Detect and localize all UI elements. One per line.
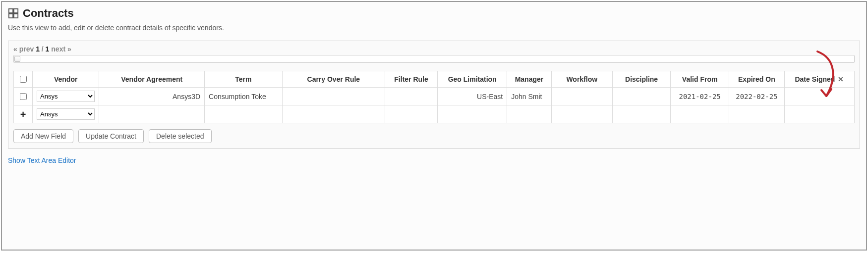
svg-rect-3: [14, 14, 18, 18]
cell-vendor: Ansys: [33, 88, 99, 105]
page-title: Contracts: [23, 7, 74, 20]
vendor-select[interactable]: Ansys: [37, 108, 95, 120]
col-term: Term: [205, 71, 283, 88]
cell-vendor-agreement[interactable]: [99, 105, 205, 123]
col-vendor: Vendor: [33, 71, 99, 88]
col-carry-over-rule: Carry Over Rule: [282, 71, 385, 88]
cell-filter-rule[interactable]: [385, 105, 437, 123]
cell-vendor-agreement[interactable]: Ansys3D: [99, 88, 205, 105]
close-column-icon[interactable]: ✕: [838, 75, 844, 83]
cell-valid-from[interactable]: 2021-02-25: [671, 88, 729, 105]
cell-filter-rule[interactable]: [385, 88, 437, 105]
add-row-icon[interactable]: +: [18, 109, 28, 119]
cell-manager[interactable]: [507, 105, 552, 123]
show-text-area-editor-link[interactable]: Show Text Area Editor: [8, 156, 76, 164]
pager: « prev 1 / 1 next »: [13, 45, 855, 53]
pager-next[interactable]: next »: [51, 45, 71, 53]
col-geo-limitation: Geo Limitation: [438, 71, 507, 88]
svg-rect-2: [9, 14, 13, 18]
cell-expired-on[interactable]: 2022-02-25: [729, 88, 784, 105]
cell-valid-from[interactable]: [671, 105, 729, 123]
scrollbar-thumb[interactable]: [14, 56, 20, 62]
svg-rect-0: [9, 9, 13, 13]
cell-geo-limitation[interactable]: US-East: [438, 88, 507, 105]
add-field-button[interactable]: Add New Field: [13, 129, 73, 143]
cell-discipline[interactable]: [612, 88, 671, 105]
action-button-row: Add New Field Update Contract Delete sel…: [13, 129, 855, 143]
cell-discipline[interactable]: [612, 105, 671, 123]
col-manager: Manager: [507, 71, 552, 88]
horizontal-scrollbar[interactable]: [13, 55, 855, 63]
title-row: Contracts: [8, 7, 860, 20]
pager-total: 1: [46, 45, 50, 53]
col-checkbox: [14, 71, 33, 88]
contracts-table: Vendor Vendor Agreement Term Carry Over …: [13, 71, 855, 123]
vendor-select[interactable]: Ansys: [37, 91, 95, 102]
col-valid-from: Valid From: [671, 71, 729, 88]
col-vendor-agreement: Vendor Agreement: [99, 71, 205, 88]
select-all-checkbox[interactable]: [20, 76, 27, 83]
pager-current: 1: [36, 45, 40, 53]
cell-workflow[interactable]: [551, 88, 612, 105]
cell-vendor: Ansys: [33, 105, 99, 123]
cell-date-signed[interactable]: [784, 88, 854, 105]
cell-geo-limitation[interactable]: [438, 105, 507, 123]
table-header-row: Vendor Vendor Agreement Term Carry Over …: [14, 71, 855, 88]
cell-workflow[interactable]: [551, 105, 612, 123]
col-date-signed-label: Date Signed: [795, 75, 835, 83]
row-checkbox[interactable]: [20, 93, 27, 100]
cell-date-signed[interactable]: [784, 105, 854, 123]
delete-selected-button[interactable]: Delete selected: [149, 129, 212, 143]
cell-manager[interactable]: John Smit: [507, 88, 552, 105]
pager-sep: /: [42, 45, 44, 53]
cell-term[interactable]: [205, 105, 283, 123]
cell-carry-over[interactable]: [282, 88, 385, 105]
pager-prev[interactable]: « prev: [13, 45, 34, 53]
table-row: Ansys Ansys3D Consumption Toke US-East J…: [14, 88, 855, 105]
page-subtitle: Use this view to add, edit or delete con…: [8, 24, 860, 32]
update-contract-button[interactable]: Update Contract: [78, 129, 144, 143]
cell-carry-over[interactable]: [282, 105, 385, 123]
cell-expired-on[interactable]: [729, 105, 784, 123]
grid-icon: [8, 8, 19, 19]
svg-rect-1: [14, 9, 18, 13]
col-workflow: Workflow: [551, 71, 612, 88]
cell-term[interactable]: Consumption Toke: [205, 88, 283, 105]
page-container: Contracts Use this view to add, edit or …: [1, 1, 867, 251]
col-date-signed: Date Signed ✕: [784, 71, 854, 88]
col-discipline: Discipline: [612, 71, 671, 88]
table-panel: « prev 1 / 1 next » Vendor Vendor A: [8, 41, 860, 149]
col-filter-rule: Filter Rule: [385, 71, 437, 88]
col-expired-on: Expired On: [729, 71, 784, 88]
table-row-new: + Ansys: [14, 105, 855, 123]
